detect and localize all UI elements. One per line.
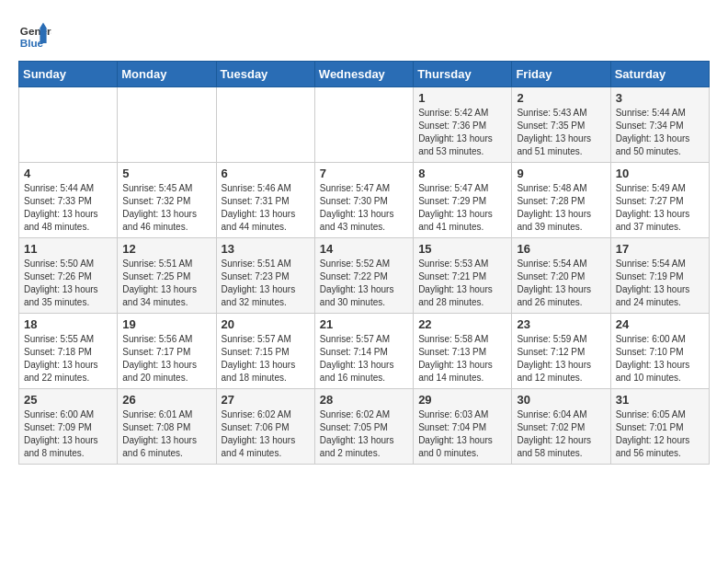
calendar-cell: 6Sunrise: 5:46 AM Sunset: 7:31 PM Daylig… xyxy=(216,163,314,238)
cell-content: Sunrise: 5:47 AM Sunset: 7:30 PM Dayligh… xyxy=(320,182,408,234)
day-number: 10 xyxy=(616,167,704,180)
cell-content: Sunrise: 5:54 AM Sunset: 7:19 PM Dayligh… xyxy=(616,258,704,309)
day-number: 5 xyxy=(122,167,210,180)
day-number: 27 xyxy=(222,393,310,407)
cell-content: Sunrise: 5:56 AM Sunset: 7:17 PM Dayligh… xyxy=(122,333,210,385)
calendar-cell: 16Sunrise: 5:54 AM Sunset: 7:20 PM Dayli… xyxy=(512,238,610,314)
calendar-week-row: 25Sunrise: 6:00 AM Sunset: 7:09 PM Dayli… xyxy=(19,389,710,465)
cell-content: Sunrise: 5:59 AM Sunset: 7:12 PM Dayligh… xyxy=(517,333,605,385)
calendar-cell: 28Sunrise: 6:02 AM Sunset: 7:05 PM Dayli… xyxy=(314,389,413,465)
calendar-cell: 14Sunrise: 5:52 AM Sunset: 7:22 PM Dayli… xyxy=(314,238,413,314)
calendar-week-row: 18Sunrise: 5:55 AM Sunset: 7:18 PM Dayli… xyxy=(19,314,710,389)
day-number: 26 xyxy=(122,393,210,407)
weekday-header: Tuesday xyxy=(216,62,314,87)
calendar-cell: 20Sunrise: 5:57 AM Sunset: 7:15 PM Dayli… xyxy=(216,314,314,389)
weekday-header: Wednesday xyxy=(314,62,413,87)
cell-content: Sunrise: 6:01 AM Sunset: 7:08 PM Dayligh… xyxy=(122,408,210,460)
day-number: 3 xyxy=(616,91,704,105)
day-number: 6 xyxy=(222,167,310,180)
calendar-cell: 2Sunrise: 5:43 AM Sunset: 7:35 PM Daylig… xyxy=(512,87,610,163)
weekday-header: Saturday xyxy=(610,62,709,87)
day-number: 24 xyxy=(616,317,704,331)
calendar-header-row: SundayMondayTuesdayWednesdayThursdayFrid… xyxy=(19,62,710,87)
cell-content: Sunrise: 6:05 AM Sunset: 7:01 PM Dayligh… xyxy=(616,408,704,460)
day-number: 22 xyxy=(418,317,506,331)
cell-content: Sunrise: 6:04 AM Sunset: 7:02 PM Dayligh… xyxy=(517,408,605,460)
cell-content: Sunrise: 6:02 AM Sunset: 7:05 PM Dayligh… xyxy=(320,408,408,460)
day-number: 14 xyxy=(320,242,408,256)
calendar-cell: 18Sunrise: 5:55 AM Sunset: 7:18 PM Dayli… xyxy=(19,314,118,389)
weekday-header: Thursday xyxy=(414,62,512,87)
calendar-cell: 1Sunrise: 5:42 AM Sunset: 7:36 PM Daylig… xyxy=(414,87,512,163)
cell-content: Sunrise: 5:57 AM Sunset: 7:14 PM Dayligh… xyxy=(320,333,408,385)
calendar-cell: 31Sunrise: 6:05 AM Sunset: 7:01 PM Dayli… xyxy=(610,389,709,465)
calendar-cell: 7Sunrise: 5:47 AM Sunset: 7:30 PM Daylig… xyxy=(314,163,413,238)
day-number: 8 xyxy=(418,167,506,180)
calendar-cell: 30Sunrise: 6:04 AM Sunset: 7:02 PM Dayli… xyxy=(512,389,610,465)
day-number: 30 xyxy=(517,393,605,407)
cell-content: Sunrise: 5:46 AM Sunset: 7:31 PM Dayligh… xyxy=(222,182,310,234)
weekday-header: Friday xyxy=(512,62,610,87)
day-number: 17 xyxy=(616,242,704,256)
day-number: 20 xyxy=(222,317,310,331)
cell-content: Sunrise: 5:44 AM Sunset: 7:33 PM Dayligh… xyxy=(24,182,112,234)
calendar-cell: 11Sunrise: 5:50 AM Sunset: 7:26 PM Dayli… xyxy=(19,238,118,314)
cell-content: Sunrise: 5:53 AM Sunset: 7:21 PM Dayligh… xyxy=(418,258,506,309)
calendar-cell: 4Sunrise: 5:44 AM Sunset: 7:33 PM Daylig… xyxy=(19,163,118,238)
page-header: General Blue xyxy=(18,18,710,52)
svg-text:General: General xyxy=(20,25,51,37)
day-number: 23 xyxy=(517,317,605,331)
calendar-cell: 10Sunrise: 5:49 AM Sunset: 7:27 PM Dayli… xyxy=(610,163,709,238)
day-number: 16 xyxy=(517,242,605,256)
weekday-header: Monday xyxy=(118,62,216,87)
day-number: 25 xyxy=(24,393,112,407)
cell-content: Sunrise: 5:49 AM Sunset: 7:27 PM Dayligh… xyxy=(616,182,704,234)
logo: General Blue xyxy=(18,18,51,52)
day-number: 13 xyxy=(222,242,310,256)
calendar-week-row: 1Sunrise: 5:42 AM Sunset: 7:36 PM Daylig… xyxy=(19,87,710,163)
calendar-cell: 8Sunrise: 5:47 AM Sunset: 7:29 PM Daylig… xyxy=(414,163,512,238)
weekday-header: Sunday xyxy=(19,62,118,87)
cell-content: Sunrise: 5:57 AM Sunset: 7:15 PM Dayligh… xyxy=(222,333,310,385)
day-number: 12 xyxy=(122,242,210,256)
calendar-cell: 15Sunrise: 5:53 AM Sunset: 7:21 PM Dayli… xyxy=(414,238,512,314)
cell-content: Sunrise: 6:03 AM Sunset: 7:04 PM Dayligh… xyxy=(418,408,506,460)
cell-content: Sunrise: 5:55 AM Sunset: 7:18 PM Dayligh… xyxy=(24,333,112,385)
cell-content: Sunrise: 5:47 AM Sunset: 7:29 PM Dayligh… xyxy=(418,182,506,234)
calendar-cell xyxy=(314,87,413,163)
cell-content: Sunrise: 5:50 AM Sunset: 7:26 PM Dayligh… xyxy=(24,258,112,309)
calendar-cell: 21Sunrise: 5:57 AM Sunset: 7:14 PM Dayli… xyxy=(314,314,413,389)
calendar-week-row: 4Sunrise: 5:44 AM Sunset: 7:33 PM Daylig… xyxy=(19,163,710,238)
day-number: 1 xyxy=(418,91,506,105)
cell-content: Sunrise: 5:54 AM Sunset: 7:20 PM Dayligh… xyxy=(517,258,605,309)
day-number: 28 xyxy=(320,393,408,407)
logo-icon: General Blue xyxy=(18,18,51,52)
cell-content: Sunrise: 5:52 AM Sunset: 7:22 PM Dayligh… xyxy=(320,258,408,309)
day-number: 21 xyxy=(320,317,408,331)
cell-content: Sunrise: 5:43 AM Sunset: 7:35 PM Dayligh… xyxy=(517,107,605,158)
day-number: 15 xyxy=(418,242,506,256)
cell-content: Sunrise: 6:00 AM Sunset: 7:10 PM Dayligh… xyxy=(616,333,704,385)
calendar-cell: 25Sunrise: 6:00 AM Sunset: 7:09 PM Dayli… xyxy=(19,389,118,465)
cell-content: Sunrise: 5:58 AM Sunset: 7:13 PM Dayligh… xyxy=(418,333,506,385)
day-number: 11 xyxy=(24,242,112,256)
calendar-cell: 29Sunrise: 6:03 AM Sunset: 7:04 PM Dayli… xyxy=(414,389,512,465)
calendar-cell: 23Sunrise: 5:59 AM Sunset: 7:12 PM Dayli… xyxy=(512,314,610,389)
calendar-cell xyxy=(19,87,118,163)
cell-content: Sunrise: 5:51 AM Sunset: 7:23 PM Dayligh… xyxy=(222,258,310,309)
calendar-cell: 22Sunrise: 5:58 AM Sunset: 7:13 PM Dayli… xyxy=(414,314,512,389)
calendar-cell: 17Sunrise: 5:54 AM Sunset: 7:19 PM Dayli… xyxy=(610,238,709,314)
cell-content: Sunrise: 5:45 AM Sunset: 7:32 PM Dayligh… xyxy=(122,182,210,234)
day-number: 18 xyxy=(24,317,112,331)
calendar-cell xyxy=(216,87,314,163)
calendar-cell: 24Sunrise: 6:00 AM Sunset: 7:10 PM Dayli… xyxy=(610,314,709,389)
day-number: 4 xyxy=(24,167,112,180)
calendar-cell xyxy=(118,87,216,163)
calendar-cell: 3Sunrise: 5:44 AM Sunset: 7:34 PM Daylig… xyxy=(610,87,709,163)
cell-content: Sunrise: 6:02 AM Sunset: 7:06 PM Dayligh… xyxy=(222,408,310,460)
calendar-cell: 5Sunrise: 5:45 AM Sunset: 7:32 PM Daylig… xyxy=(118,163,216,238)
cell-content: Sunrise: 5:42 AM Sunset: 7:36 PM Dayligh… xyxy=(418,107,506,158)
calendar-week-row: 11Sunrise: 5:50 AM Sunset: 7:26 PM Dayli… xyxy=(19,238,710,314)
day-number: 7 xyxy=(320,167,408,180)
day-number: 9 xyxy=(517,167,605,180)
